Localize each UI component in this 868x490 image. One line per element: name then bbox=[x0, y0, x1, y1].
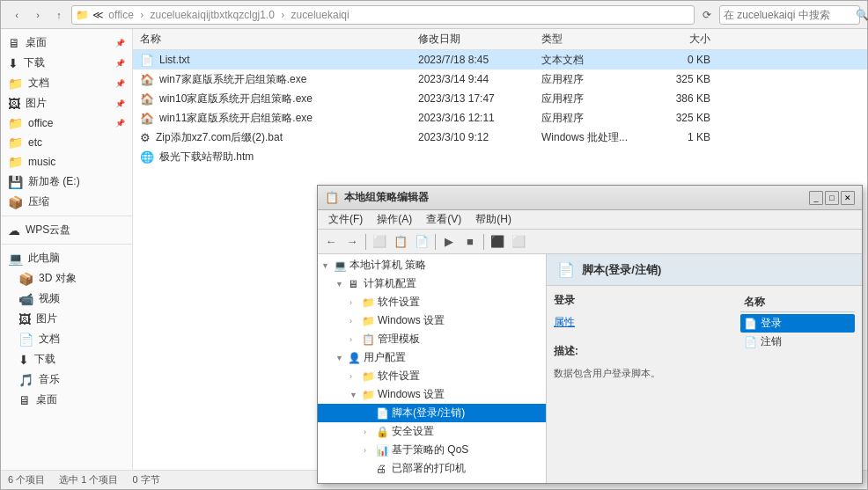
downloads-2-icon: ⬇ bbox=[18, 353, 29, 367]
menu-help[interactable]: 帮助(H) bbox=[468, 210, 519, 229]
column-header-size[interactable]: 大小 bbox=[644, 32, 714, 47]
table-row[interactable]: 🏠 win7家庭版系统开启组策略.exe 2023/3/14 9:44 应用程序… bbox=[133, 69, 867, 89]
sidebar-item-3d-objects[interactable]: 📦 3D 对象 bbox=[1, 268, 132, 289]
list-header-name: 名称 bbox=[740, 293, 855, 312]
address-bar[interactable]: 📁 ≪ office › zuceluekaiqijtbxtkqzclgj1.0… bbox=[71, 5, 695, 25]
sidebar-item-office[interactable]: 📁 office 📌 bbox=[1, 113, 132, 133]
back-button[interactable]: ‹ bbox=[8, 6, 26, 24]
sidebar-item-label: 下载 bbox=[24, 55, 45, 70]
sidebar-item-video[interactable]: 📹 视频 bbox=[1, 289, 132, 309]
table-row[interactable]: 🏠 win11家庭版系统开启组策略.exe 2023/3/16 12:11 应用… bbox=[133, 108, 867, 128]
tree-item-admin-templates-2[interactable]: ▼ 📋 管理模板 bbox=[318, 478, 546, 481]
sidebar-item-documents[interactable]: 📁 文档 📌 bbox=[1, 73, 132, 93]
tree-scroll-area: ▼ 💻 本地计算机 策略 ▼ 🖥 计算机配置 › 📁 软件设置 › 📁 bbox=[318, 256, 546, 481]
sidebar-item-etc[interactable]: 📁 etc bbox=[1, 133, 132, 152]
up-button[interactable]: ↑ bbox=[50, 6, 68, 24]
sidebar-item-audio[interactable]: 🎵 音乐 bbox=[1, 369, 132, 390]
sidebar-item-label: 桌面 bbox=[36, 392, 57, 407]
sidebar-item-label: office bbox=[28, 117, 53, 129]
tree-arrow-icon: ▼ bbox=[335, 280, 346, 289]
sidebar-item-music[interactable]: 📁 music bbox=[1, 152, 132, 172]
column-header-date[interactable]: 修改日期 bbox=[415, 32, 538, 47]
menu-action[interactable]: 操作(A) bbox=[370, 210, 419, 229]
file-name: List.txt bbox=[159, 54, 190, 66]
sidebar-item-desktop[interactable]: 🖥 桌面 📌 bbox=[1, 33, 132, 53]
tree-item-scripts[interactable]: 📄 脚本(登录/注销) bbox=[318, 404, 546, 422]
tree-item-computer-config[interactable]: ▼ 🖥 计算机配置 bbox=[318, 274, 546, 293]
tree-template2-icon: 📋 bbox=[362, 481, 376, 482]
file-type-cell: 应用程序 bbox=[538, 72, 644, 87]
minimize-button[interactable]: _ bbox=[809, 191, 823, 205]
sidebar-item-label: 此电脑 bbox=[28, 251, 60, 266]
sidebar-item-drive-e[interactable]: 💾 新加卷 (E:) bbox=[1, 172, 132, 192]
forward-button[interactable]: › bbox=[29, 6, 47, 24]
properties-button[interactable]: ▶ bbox=[439, 232, 459, 252]
sidebar-item-this-pc[interactable]: 💻 此电脑 bbox=[1, 248, 132, 268]
sidebar-item-downloads-2[interactable]: ⬇ 下载 bbox=[1, 349, 132, 369]
search-input[interactable] bbox=[724, 9, 856, 21]
tree-item-user-config[interactable]: ▼ 👤 用户配置 bbox=[318, 348, 546, 367]
column-header-name[interactable]: 名称 bbox=[133, 32, 415, 47]
extra-button-1[interactable]: ⬛ bbox=[488, 232, 507, 252]
forward-tool-button[interactable]: → bbox=[342, 232, 362, 252]
list-item-login[interactable]: 📄 登录 bbox=[740, 314, 855, 333]
file-name-cell: 🏠 win7家庭版系统开启组策略.exe bbox=[133, 72, 415, 87]
tree-arrow-icon: › bbox=[364, 446, 374, 455]
pin-icon: 📌 bbox=[115, 119, 125, 128]
extra-button-2[interactable]: ⬜ bbox=[509, 232, 528, 252]
tree-label: 基于策略的 QoS bbox=[392, 442, 468, 457]
file-size-cell: 386 KB bbox=[644, 92, 714, 105]
policy-editor-window: 📋 本地组策略编辑器 _ □ ✕ 文件(F) 操作(A) 查看(V) 帮助(H)… bbox=[317, 185, 863, 484]
show-hide-button[interactable]: ⬜ bbox=[370, 232, 389, 252]
sidebar-item-compress[interactable]: 📦 压缩 bbox=[1, 192, 132, 212]
sidebar-item-wps-cloud[interactable]: ☁ WPS云盘 bbox=[1, 220, 132, 240]
table-row[interactable]: 📄 List.txt 2023/7/18 8:45 文本文档 0 KB bbox=[133, 50, 867, 69]
tree-item-security-settings[interactable]: › 🔒 安全设置 bbox=[318, 422, 546, 441]
list-item-logout[interactable]: 📄 注销 bbox=[740, 333, 855, 351]
audio-icon: 🎵 bbox=[18, 373, 33, 387]
sidebar-item-pictures-2[interactable]: 🖼 图片 bbox=[1, 309, 132, 329]
file-htm-icon: 🌐 bbox=[140, 150, 154, 164]
export-button[interactable]: 📄 bbox=[412, 232, 431, 252]
tree-item-printers[interactable]: 🖨 已部署的打印机 bbox=[318, 459, 546, 478]
menu-view[interactable]: 查看(V) bbox=[419, 210, 468, 229]
menu-file[interactable]: 文件(F) bbox=[321, 210, 370, 229]
tree-item-windows-settings-2[interactable]: ▼ 📁 Windows 设置 bbox=[318, 385, 546, 404]
sidebar-item-downloads[interactable]: ⬇ 下载 📌 bbox=[1, 53, 132, 73]
tree-item-windows-settings[interactable]: › 📁 Windows 设置 bbox=[318, 311, 546, 330]
refresh-button[interactable]: ⟳ bbox=[698, 6, 716, 24]
table-row[interactable]: ⚙ Zip添加xz7.com后缀(2).bat 2023/3/10 9:12 W… bbox=[133, 128, 867, 147]
close-button[interactable]: ✕ bbox=[841, 191, 855, 205]
table-row[interactable]: 🌐 极光下载站帮助.htm bbox=[133, 147, 867, 166]
sidebar-item-documents-2[interactable]: 📄 文档 bbox=[1, 329, 132, 349]
sidebar-item-label: etc bbox=[28, 136, 42, 149]
tree-item-software-settings-2[interactable]: › 📁 软件设置 bbox=[318, 367, 546, 385]
maximize-button[interactable]: □ bbox=[825, 191, 839, 205]
window-controls: _ □ ✕ bbox=[809, 191, 855, 205]
cloud-icon: ☁ bbox=[8, 223, 20, 238]
tree-arrow-icon: › bbox=[364, 428, 374, 436]
pin-icon: 📌 bbox=[115, 39, 125, 48]
sidebar-item-desktop-2[interactable]: 🖥 桌面 bbox=[1, 390, 132, 410]
search-bar[interactable]: 🔍 bbox=[719, 5, 860, 25]
file-bat-icon: ⚙ bbox=[140, 131, 151, 144]
back-tool-button[interactable]: ← bbox=[321, 232, 341, 252]
file-date-cell: 2023/3/13 17:47 bbox=[415, 92, 538, 105]
sidebar-item-pictures[interactable]: 🖼 图片 📌 bbox=[1, 93, 132, 113]
file-name: 极光下载站帮助.htm bbox=[159, 150, 254, 165]
title-bar: ‹ › ↑ 📁 ≪ office › zuceluekaiqijtbxtkqzc… bbox=[1, 1, 867, 29]
tree-folder2-icon: 📁 bbox=[362, 370, 376, 383]
tree-item-admin-templates-1[interactable]: › 📋 管理模板 bbox=[318, 330, 546, 348]
column-header-type[interactable]: 类型 bbox=[538, 32, 644, 47]
table-row[interactable]: 🏠 win10家庭版系统开启组策略.exe 2023/3/13 17:47 应用… bbox=[133, 89, 867, 108]
tree-item-qos[interactable]: › 📊 基于策略的 QoS bbox=[318, 441, 546, 459]
refresh-tool-button[interactable]: 📋 bbox=[391, 232, 410, 252]
properties-link[interactable]: 属性 bbox=[554, 315, 726, 330]
drive-icon: 💾 bbox=[8, 175, 23, 189]
tree-item-root[interactable]: ▼ 💻 本地计算机 策略 bbox=[318, 256, 546, 274]
help-tool-button[interactable]: ■ bbox=[460, 232, 480, 252]
tree-item-software-settings[interactable]: › 📁 软件设置 bbox=[318, 293, 546, 311]
sidebar-item-label: 图片 bbox=[26, 96, 47, 111]
sidebar-item-label: 桌面 bbox=[26, 35, 47, 50]
tree-label: 软件设置 bbox=[378, 295, 420, 310]
